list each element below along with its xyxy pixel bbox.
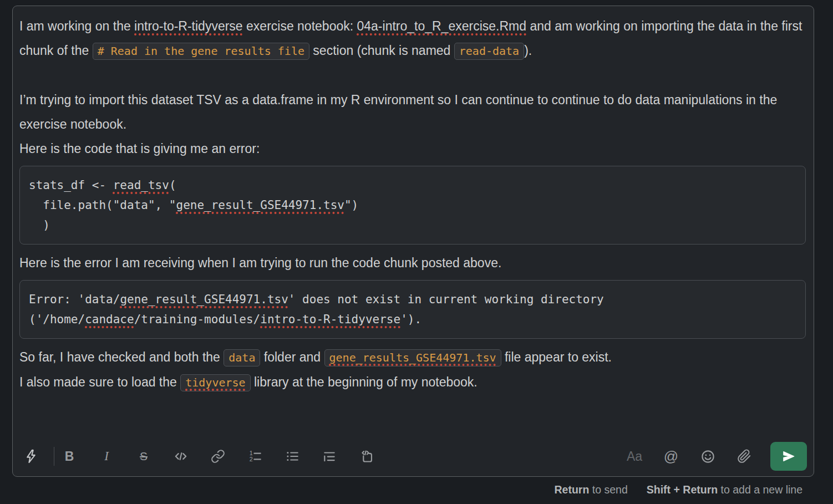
send-plane-icon [781,449,796,464]
toolbar-divider [54,447,54,466]
formatting-toolbar: B I S 1 2 [13,441,814,476]
bulleted-list-icon[interactable] [283,446,302,466]
misspelled-word: intro-to-R-tidyverse [134,19,243,33]
misspelled-word: gene_result_GSE44971.tsv [176,198,344,212]
code-text: Error: 'data/ [29,293,120,306]
shortcuts-lightning-icon[interactable] [22,446,40,466]
message-input[interactable]: I am working on the intro-to-R-tidyverse… [13,6,814,441]
ordered-list-icon[interactable]: 1 2 [246,446,265,466]
misspelled-word: read_tsv [113,179,169,192]
inline-code-chip-misspelled: tidyverse [180,374,250,391]
text-run: I’m trying to import this dataset TSV as… [19,93,777,131]
inline-code-chip: # Read in the gene results file [93,43,309,60]
inline-code-chip-misspelled: gene_results_GSE44971.tsv [324,349,501,366]
message-paragraph: I’m trying to import this dataset TSV as… [19,88,806,136]
text-run: Here is the error I am receiving when I … [19,256,501,270]
code-block-icon[interactable] [357,446,376,466]
message-composer: I am working on the intro-to-R-tidyverse… [12,6,814,477]
code-text: '). [400,313,421,326]
message-paragraph: I am working on the intro-to-R-tidyverse… [19,14,806,63]
code-block: stats_df <- read_tsv( file.path("data", … [19,166,806,245]
shift-return-key-hint: Shift + Return [647,483,718,496]
message-paragraph: Here is the error I am receiving when I … [19,251,806,275]
text-run: ). [524,43,532,58]
shift-return-hint-text: to add a new line [718,483,802,496]
send-button[interactable] [770,442,807,471]
svg-text:2: 2 [250,456,253,462]
code-text: ' does not exist in current working dire… [288,293,604,306]
return-key-hint: Return [555,483,590,496]
misspelled-word: candace [85,313,134,326]
return-hint-text: to send [589,483,627,496]
inline-code-chip: data [224,349,260,366]
code-line: stats_df <- read_tsv( [29,175,796,195]
text-run: I am working on the [19,19,134,33]
code-line: ('/home/candace/training-modules/intro-t… [29,309,796,329]
strikethrough-button[interactable]: S [134,446,153,466]
text-run: So far, I have checked and both the [19,350,224,364]
code-line: file.path("data", "gene_result_GSE44971.… [29,195,796,215]
blockquote-icon[interactable] [320,446,339,466]
italic-button[interactable]: I [97,446,116,466]
text-run: file appear to exist. [501,350,612,364]
inline-code-chip: read-data [454,43,524,60]
link-icon[interactable] [209,446,227,466]
code-text: ( [169,179,176,192]
code-text: stats_df <- [29,179,113,192]
text-run: exercise notebook: [243,19,357,33]
code-line: ) [29,215,796,235]
text-run: library at the beginning of my notebook. [251,375,478,389]
code-text: ('/home/ [29,313,85,326]
message-paragraph: So far, I have checked and both the data… [19,345,806,370]
code-text: ) [29,218,50,232]
misspelled-word: 04a-intro_to_R_exercise.Rmd [357,19,527,33]
inline-code-button[interactable] [171,446,190,466]
mention-button[interactable]: @ [662,446,680,466]
text-run: section (chunk is named [309,43,454,58]
show-formatting-button[interactable]: Aa [625,446,644,466]
code-text: /training-modules/ [134,313,261,326]
misspelled-word: gene_result_GSE44971.tsv [120,293,288,306]
code-text: file.path("data", " [29,198,176,212]
emoji-icon[interactable] [698,446,717,466]
code-line: Error: 'data/gene_result_GSE44971.tsv' d… [29,289,796,309]
code-block: Error: 'data/gene_result_GSE44971.tsv' d… [19,280,806,339]
text-run: I also made sure to load the [19,375,180,389]
code-text: ") [344,198,358,212]
message-paragraph: Here is the code that is giving me an er… [19,136,806,161]
composer-hints: Return to sendShift + Return to add a ne… [555,483,802,496]
attach-paperclip-icon[interactable] [735,446,754,466]
text-run: Here is the code that is giving me an er… [19,141,260,156]
message-paragraph: I also made sure to load the tidyverse l… [19,370,806,395]
text-run: folder and [260,350,324,364]
misspelled-word: intro-to-R-tidyverse [260,313,400,326]
bold-button[interactable]: B [60,446,79,466]
